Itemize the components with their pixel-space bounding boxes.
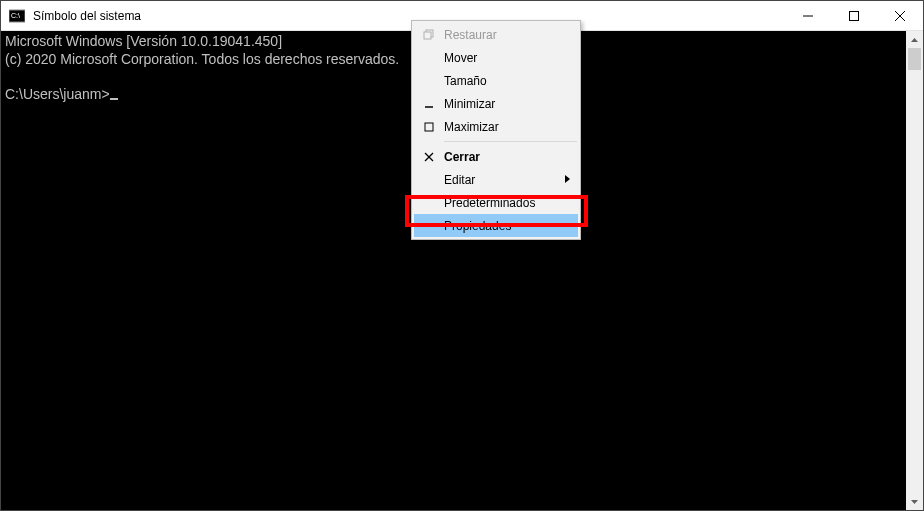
menu-label: Mover xyxy=(444,51,477,65)
maximize-button[interactable] xyxy=(831,1,877,30)
maximize-icon xyxy=(420,121,438,133)
vertical-scrollbar[interactable] xyxy=(906,31,923,510)
menu-item-move[interactable]: Mover xyxy=(414,46,578,69)
svg-rect-11 xyxy=(425,123,433,131)
menu-label: Editar xyxy=(444,173,475,187)
submenu-arrow-icon xyxy=(565,174,570,185)
svg-text:C:\: C:\ xyxy=(11,12,20,19)
menu-label: Tamaño xyxy=(444,74,487,88)
app-icon: C:\ xyxy=(9,8,25,24)
minimize-icon xyxy=(420,98,438,110)
menu-item-edit[interactable]: Editar xyxy=(414,168,578,191)
menu-item-properties[interactable]: Propiedades xyxy=(414,214,578,237)
close-button[interactable] xyxy=(877,1,923,30)
svg-rect-3 xyxy=(850,11,859,20)
console-line: Microsoft Windows [Versión 10.0.19041.45… xyxy=(5,33,282,49)
menu-item-minimize[interactable]: Minimizar xyxy=(414,92,578,115)
menu-label: Maximizar xyxy=(444,120,499,134)
menu-separator xyxy=(444,141,577,142)
menu-label: Restaurar xyxy=(444,28,497,42)
close-icon xyxy=(420,152,438,162)
command-prompt-window: C:\ Símbolo del sistema Microsoft Window… xyxy=(0,0,924,511)
console-line: (c) 2020 Microsoft Corporation. Todos lo… xyxy=(5,51,399,67)
svg-marker-6 xyxy=(911,38,918,42)
menu-label: Propiedades xyxy=(444,219,511,233)
scroll-down-button[interactable] xyxy=(906,493,923,510)
menu-label: Predeterminados xyxy=(444,196,535,210)
window-title: Símbolo del sistema xyxy=(31,9,785,23)
svg-marker-14 xyxy=(565,175,570,183)
menu-label: Minimizar xyxy=(444,97,495,111)
restore-icon xyxy=(420,29,438,41)
menu-item-restore: Restaurar xyxy=(414,23,578,46)
text-cursor xyxy=(110,98,118,100)
menu-item-maximize[interactable]: Maximizar xyxy=(414,115,578,138)
menu-item-size[interactable]: Tamaño xyxy=(414,69,578,92)
minimize-button[interactable] xyxy=(785,1,831,30)
window-controls xyxy=(785,1,923,30)
scroll-thumb[interactable] xyxy=(908,48,921,70)
svg-rect-9 xyxy=(424,32,431,39)
scroll-track[interactable] xyxy=(906,48,923,493)
scroll-up-button[interactable] xyxy=(906,31,923,48)
system-context-menu: Restaurar Mover Tamaño Minimizar Maximiz… xyxy=(411,20,581,240)
menu-item-close[interactable]: Cerrar xyxy=(414,145,578,168)
console-prompt: C:\Users\juanm> xyxy=(5,86,110,102)
menu-item-defaults[interactable]: Predeterminados xyxy=(414,191,578,214)
menu-label: Cerrar xyxy=(444,150,480,164)
svg-marker-7 xyxy=(911,500,918,504)
